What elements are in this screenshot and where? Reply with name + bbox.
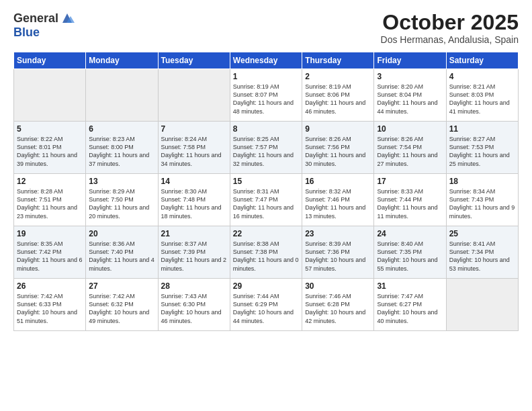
month-title: October 2025: [381, 11, 519, 34]
calendar-week-row: 26Sunrise: 7:42 AMSunset: 6:33 PMDayligh…: [14, 279, 519, 331]
cell-info: Sunrise: 8:35 AMSunset: 7:42 PMDaylight:…: [17, 240, 83, 273]
calendar-cell: 25Sunrise: 8:41 AMSunset: 7:34 PMDayligh…: [446, 226, 518, 279]
calendar-cell: 14Sunrise: 8:30 AMSunset: 7:48 PMDayligh…: [158, 174, 230, 226]
cell-info: Sunrise: 8:20 AMSunset: 8:04 PMDaylight:…: [377, 83, 443, 116]
cell-info: Sunrise: 8:19 AMSunset: 8:07 PMDaylight:…: [233, 83, 299, 116]
cell-info: Sunrise: 7:47 AMSunset: 6:27 PMDaylight:…: [377, 292, 443, 325]
calendar-cell: 27Sunrise: 7:42 AMSunset: 6:32 PMDayligh…: [86, 279, 158, 331]
calendar-cell: 16Sunrise: 8:32 AMSunset: 7:46 PMDayligh…: [302, 174, 374, 226]
cell-info: Sunrise: 8:24 AMSunset: 7:58 PMDaylight:…: [161, 135, 227, 168]
day-number: 22: [233, 229, 299, 238]
day-number: 7: [161, 124, 227, 134]
calendar-cell: [158, 69, 230, 122]
day-number: 4: [449, 72, 515, 81]
calendar-cell: 4Sunrise: 8:21 AMSunset: 8:03 PMDaylight…: [446, 69, 518, 122]
cell-info: Sunrise: 8:25 AMSunset: 7:57 PMDaylight:…: [233, 135, 299, 168]
cell-info: Sunrise: 8:26 AMSunset: 7:54 PMDaylight:…: [377, 135, 443, 168]
calendar-week-row: 1Sunrise: 8:19 AMSunset: 8:07 PMDaylight…: [14, 69, 519, 122]
calendar-cell: 2Sunrise: 8:19 AMSunset: 8:06 PMDaylight…: [302, 69, 374, 122]
logo-general: General: [13, 11, 58, 26]
cell-info: Sunrise: 8:22 AMSunset: 8:01 PMDaylight:…: [17, 135, 83, 168]
title-section: October 2025 Dos Hermanas, Andalusia, Sp…: [381, 11, 519, 45]
day-number: 15: [233, 177, 299, 186]
calendar-cell: 30Sunrise: 7:46 AMSunset: 6:28 PMDayligh…: [302, 279, 374, 331]
calendar-cell: 6Sunrise: 8:23 AMSunset: 8:00 PMDaylight…: [86, 122, 158, 174]
calendar-cell: 26Sunrise: 7:42 AMSunset: 6:33 PMDayligh…: [14, 279, 86, 331]
logo-blue: Blue: [13, 26, 40, 40]
calendar-cell: 31Sunrise: 7:47 AMSunset: 6:27 PMDayligh…: [374, 279, 446, 331]
calendar-header-row: Sunday Monday Tuesday Wednesday Thursday…: [14, 52, 519, 69]
cell-info: Sunrise: 8:31 AMSunset: 7:47 PMDaylight:…: [233, 187, 299, 220]
day-number: 26: [17, 281, 83, 291]
calendar-week-row: 19Sunrise: 8:35 AMSunset: 7:42 PMDayligh…: [14, 226, 519, 279]
calendar-cell: 18Sunrise: 8:34 AMSunset: 7:43 PMDayligh…: [446, 174, 518, 226]
day-number: 31: [377, 281, 443, 291]
cell-info: Sunrise: 8:19 AMSunset: 8:06 PMDaylight:…: [305, 83, 371, 116]
day-number: 12: [17, 177, 83, 186]
cell-info: Sunrise: 8:23 AMSunset: 8:00 PMDaylight:…: [89, 135, 154, 168]
day-number: 13: [89, 177, 154, 186]
logo-icon: [60, 11, 75, 26]
calendar-cell: 20Sunrise: 8:36 AMSunset: 7:40 PMDayligh…: [86, 226, 158, 279]
calendar: Sunday Monday Tuesday Wednesday Thursday…: [13, 52, 519, 331]
col-thursday: Thursday: [302, 52, 374, 69]
location-title: Dos Hermanas, Andalusia, Spain: [381, 34, 519, 45]
day-number: 10: [377, 124, 443, 134]
calendar-cell: 5Sunrise: 8:22 AMSunset: 8:01 PMDaylight…: [14, 122, 86, 174]
cell-info: Sunrise: 7:44 AMSunset: 6:29 PMDaylight:…: [233, 292, 299, 325]
day-number: 20: [89, 229, 154, 238]
cell-info: Sunrise: 8:32 AMSunset: 7:46 PMDaylight:…: [305, 187, 371, 220]
calendar-cell: 19Sunrise: 8:35 AMSunset: 7:42 PMDayligh…: [14, 226, 86, 279]
calendar-cell: 29Sunrise: 7:44 AMSunset: 6:29 PMDayligh…: [230, 279, 302, 331]
day-number: 9: [305, 124, 371, 134]
page: General Blue October 2025 Dos Hermanas, …: [0, 0, 532, 411]
day-number: 29: [233, 281, 299, 291]
calendar-cell: 9Sunrise: 8:26 AMSunset: 7:56 PMDaylight…: [302, 122, 374, 174]
calendar-cell: [446, 279, 518, 331]
cell-info: Sunrise: 8:28 AMSunset: 7:51 PMDaylight:…: [17, 187, 83, 220]
calendar-cell: 1Sunrise: 8:19 AMSunset: 8:07 PMDaylight…: [230, 69, 302, 122]
day-number: 3: [377, 72, 443, 81]
cell-info: Sunrise: 8:37 AMSunset: 7:39 PMDaylight:…: [161, 240, 227, 273]
cell-info: Sunrise: 8:39 AMSunset: 7:36 PMDaylight:…: [305, 240, 371, 273]
col-saturday: Saturday: [446, 52, 518, 69]
calendar-cell: 8Sunrise: 8:25 AMSunset: 7:57 PMDaylight…: [230, 122, 302, 174]
cell-info: Sunrise: 7:43 AMSunset: 6:30 PMDaylight:…: [161, 292, 227, 325]
cell-info: Sunrise: 8:38 AMSunset: 7:38 PMDaylight:…: [233, 240, 299, 273]
calendar-cell: 17Sunrise: 8:33 AMSunset: 7:44 PMDayligh…: [374, 174, 446, 226]
col-monday: Monday: [86, 52, 158, 69]
calendar-cell: 24Sunrise: 8:40 AMSunset: 7:35 PMDayligh…: [374, 226, 446, 279]
cell-info: Sunrise: 8:41 AMSunset: 7:34 PMDaylight:…: [449, 240, 515, 273]
logo: General Blue: [13, 11, 75, 40]
col-friday: Friday: [374, 52, 446, 69]
cell-info: Sunrise: 8:26 AMSunset: 7:56 PMDaylight:…: [305, 135, 371, 168]
day-number: 2: [305, 72, 371, 81]
col-sunday: Sunday: [14, 52, 86, 69]
calendar-cell: 10Sunrise: 8:26 AMSunset: 7:54 PMDayligh…: [374, 122, 446, 174]
calendar-cell: 12Sunrise: 8:28 AMSunset: 7:51 PMDayligh…: [14, 174, 86, 226]
calendar-cell: [86, 69, 158, 122]
calendar-cell: 21Sunrise: 8:37 AMSunset: 7:39 PMDayligh…: [158, 226, 230, 279]
day-number: 27: [89, 281, 154, 291]
cell-info: Sunrise: 8:33 AMSunset: 7:44 PMDaylight:…: [377, 187, 443, 220]
day-number: 11: [449, 124, 515, 134]
calendar-cell: 22Sunrise: 8:38 AMSunset: 7:38 PMDayligh…: [230, 226, 302, 279]
header: General Blue October 2025 Dos Hermanas, …: [13, 11, 519, 45]
day-number: 8: [233, 124, 299, 134]
calendar-cell: 7Sunrise: 8:24 AMSunset: 7:58 PMDaylight…: [158, 122, 230, 174]
day-number: 19: [17, 229, 83, 238]
cell-info: Sunrise: 8:40 AMSunset: 7:35 PMDaylight:…: [377, 240, 443, 273]
day-number: 1: [233, 72, 299, 81]
day-number: 23: [305, 229, 371, 238]
calendar-week-row: 5Sunrise: 8:22 AMSunset: 8:01 PMDaylight…: [14, 122, 519, 174]
day-number: 17: [377, 177, 443, 186]
calendar-week-row: 12Sunrise: 8:28 AMSunset: 7:51 PMDayligh…: [14, 174, 519, 226]
cell-info: Sunrise: 8:36 AMSunset: 7:40 PMDaylight:…: [89, 240, 154, 273]
day-number: 30: [305, 281, 371, 291]
cell-info: Sunrise: 8:21 AMSunset: 8:03 PMDaylight:…: [449, 83, 515, 116]
calendar-cell: 23Sunrise: 8:39 AMSunset: 7:36 PMDayligh…: [302, 226, 374, 279]
calendar-cell: 3Sunrise: 8:20 AMSunset: 8:04 PMDaylight…: [374, 69, 446, 122]
day-number: 18: [449, 177, 515, 186]
cell-info: Sunrise: 7:42 AMSunset: 6:33 PMDaylight:…: [17, 292, 83, 325]
calendar-cell: 11Sunrise: 8:27 AMSunset: 7:53 PMDayligh…: [446, 122, 518, 174]
